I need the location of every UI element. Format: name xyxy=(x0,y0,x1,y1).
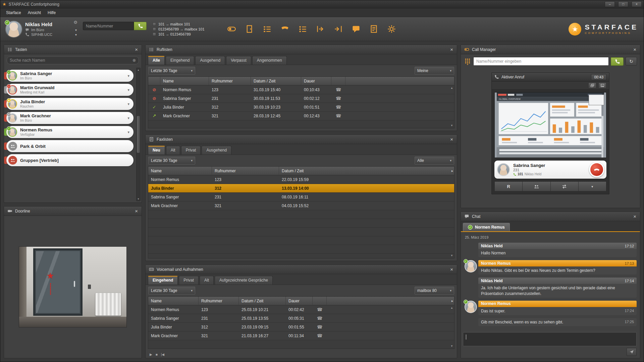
hangup-button[interactable] xyxy=(589,162,604,177)
functionkeys-icon[interactable] xyxy=(298,24,307,34)
doorline-icon[interactable] xyxy=(245,24,254,34)
contact-key[interactable]: − Martin Grunwald Meeting mit Karl xyxy=(4,84,135,96)
refresh-button[interactable]: ↻ xyxy=(626,57,637,66)
keypad-icon[interactable] xyxy=(464,58,471,65)
scroll-down-icon[interactable]: ▼ xyxy=(450,254,453,257)
tab[interactable]: Alt xyxy=(200,276,214,285)
fax-row[interactable]: Mark Grachner 321 04.03.19 15:52 xyxy=(148,201,454,210)
callback-icon[interactable] xyxy=(331,103,345,111)
scrollbar[interactable]: ▲ ▼ xyxy=(136,68,141,201)
callback-icon[interactable] xyxy=(313,331,327,340)
tab[interactable]: Aufgezeichnete Gespräche xyxy=(215,276,273,285)
contact-search-input[interactable] xyxy=(10,58,130,63)
transfer-button[interactable] xyxy=(551,182,579,191)
skip-back-icon[interactable]: |◀ xyxy=(161,353,164,356)
tab[interactable]: Neu xyxy=(148,146,165,155)
close-icon[interactable]: × xyxy=(449,47,454,52)
user-line-row[interactable]: SIP/HB.UCC ▾ xyxy=(25,33,77,37)
voicemail-row[interactable]: Normen Remus 123 25.03.19 10:21 00:02:42 xyxy=(148,305,454,314)
clear-search-icon[interactable]: ⊗ xyxy=(132,58,136,63)
close-icon[interactable]: × xyxy=(449,267,454,272)
voicemail-row[interactable]: Sabrina Sanger 231 25.03.19 13:55 00:05:… xyxy=(148,314,454,323)
tab[interactable]: Privat xyxy=(179,276,199,285)
col-name[interactable]: Name xyxy=(160,77,209,85)
scroll-up-icon[interactable]: ▲ xyxy=(137,69,140,71)
close-icon[interactable]: × xyxy=(633,214,637,219)
group-key[interactable]: Gruppen [Vertrieb] xyxy=(4,154,135,166)
column-menu-icon[interactable]: ▸ xyxy=(451,169,453,173)
period-select[interactable]: Letzte 30 Tage▾ xyxy=(148,67,195,75)
chevron-down-icon[interactable] xyxy=(127,130,129,134)
col-number[interactable]: Rufnummer xyxy=(199,297,239,305)
calllist-icon[interactable] xyxy=(280,24,289,34)
tab[interactable]: Alt xyxy=(166,146,180,155)
callback-icon[interactable] xyxy=(331,94,345,103)
fax-row[interactable]: Julia Binder 312 13.03.19 14:00 xyxy=(148,184,454,193)
call-button[interactable] xyxy=(611,57,624,66)
settings-icon[interactable] xyxy=(387,24,396,34)
scroll-up-icon[interactable]: ▲ xyxy=(450,87,453,89)
scope-select[interactable]: Alle▾ xyxy=(415,157,454,165)
chevron-down-icon[interactable]: ▾ xyxy=(75,33,77,37)
play-icon[interactable]: ▶ xyxy=(150,353,152,356)
send-button[interactable] xyxy=(627,348,637,356)
call-manager-input[interactable] xyxy=(473,57,609,66)
col-number[interactable]: Rufnummer xyxy=(209,77,251,85)
tab[interactable]: Ausgehend xyxy=(202,146,231,155)
user-settings-icon[interactable]: ⚙ xyxy=(73,20,77,25)
more-actions-button[interactable]: ▾ xyxy=(579,182,606,191)
contact-search[interactable]: ⊗ xyxy=(7,56,139,64)
maximize-button[interactable]: □ xyxy=(618,1,628,7)
scope-select[interactable]: mailbox 80▾ xyxy=(415,287,454,295)
chevron-down-icon[interactable] xyxy=(127,102,129,106)
col-number[interactable]: Rufnummer xyxy=(212,167,279,175)
callback-icon[interactable] xyxy=(331,112,345,120)
consultation-button[interactable]: R xyxy=(495,182,523,191)
col-status[interactable] xyxy=(148,77,160,85)
scroll-up-icon[interactable]: ▲ xyxy=(450,307,453,309)
redial-entry[interactable]: 0123456789 → mailbox 101 xyxy=(153,27,216,31)
tab[interactable]: Eingehend xyxy=(166,56,194,65)
callback-icon[interactable] xyxy=(313,323,327,331)
menu-item[interactable]: Hilfe xyxy=(45,9,59,16)
redial-entry[interactable]: 101 → 0123456789 xyxy=(153,32,216,36)
fax-row[interactable]: Sabrina Sanger 231 08.03.19 16:11 xyxy=(148,193,454,201)
minimize-button[interactable]: – xyxy=(605,1,615,7)
group-key[interactable]: Park & Orbit xyxy=(4,140,135,152)
keys-icon[interactable] xyxy=(263,24,272,34)
user-avatar[interactable]: ✓ xyxy=(6,21,22,37)
col-duration[interactable]: Dauer xyxy=(301,77,331,85)
dnd-toggle-icon[interactable] xyxy=(227,24,236,34)
pickup-icon[interactable] xyxy=(334,24,343,34)
callback-icon[interactable] xyxy=(313,305,327,314)
close-icon[interactable]: × xyxy=(633,47,637,52)
call-button[interactable] xyxy=(134,22,147,30)
image-share-icon[interactable] xyxy=(598,82,606,88)
period-select[interactable]: Letzte 30 Tage▾ xyxy=(148,287,195,295)
voicemail-row[interactable]: Julia Binder 312 23.03.19 09:15 00:01:55 xyxy=(148,323,454,331)
column-menu-icon[interactable]: ▸ xyxy=(451,299,453,303)
col-datetime[interactable]: Datum / Zeit xyxy=(279,167,454,175)
conference-button[interactable] xyxy=(523,182,550,191)
col-name[interactable]: Name xyxy=(148,297,199,305)
close-icon[interactable]: × xyxy=(134,208,139,214)
tab[interactable]: Alle xyxy=(148,56,165,65)
fax-row[interactable]: Normen Remus 123 22.03.19 15:59 xyxy=(148,175,454,184)
close-icon[interactable]: × xyxy=(134,47,139,52)
window-share-icon[interactable] xyxy=(588,82,596,88)
redirect-icon[interactable] xyxy=(316,24,325,34)
col-datetime[interactable]: Datum / Zeit xyxy=(239,297,286,305)
period-select[interactable]: Letzte 30 Tage▾ xyxy=(148,157,195,165)
voicemail-row[interactable]: Mark Grachner 321 21.03.19 16:27 00:11:3… xyxy=(148,331,454,340)
scroll-down-icon[interactable]: ▼ xyxy=(137,198,140,200)
callback-icon[interactable] xyxy=(331,85,345,94)
chevron-down-icon[interactable] xyxy=(127,116,129,120)
chevron-down-icon[interactable] xyxy=(127,74,129,78)
scrollbar-thumb[interactable] xyxy=(137,116,140,153)
chevron-down-icon[interactable]: ▾ xyxy=(75,28,77,32)
call-row[interactable]: Normen Remus 123 31.03.19 15:40 00:10:43 xyxy=(148,85,454,94)
tab[interactable]: Eingehend xyxy=(148,276,178,285)
contact-key[interactable]: ✓ Normen Remus Verfügbar xyxy=(4,126,135,138)
col-name[interactable]: Name xyxy=(148,167,212,175)
col-datetime[interactable]: Datum / Zeit xyxy=(251,77,301,85)
